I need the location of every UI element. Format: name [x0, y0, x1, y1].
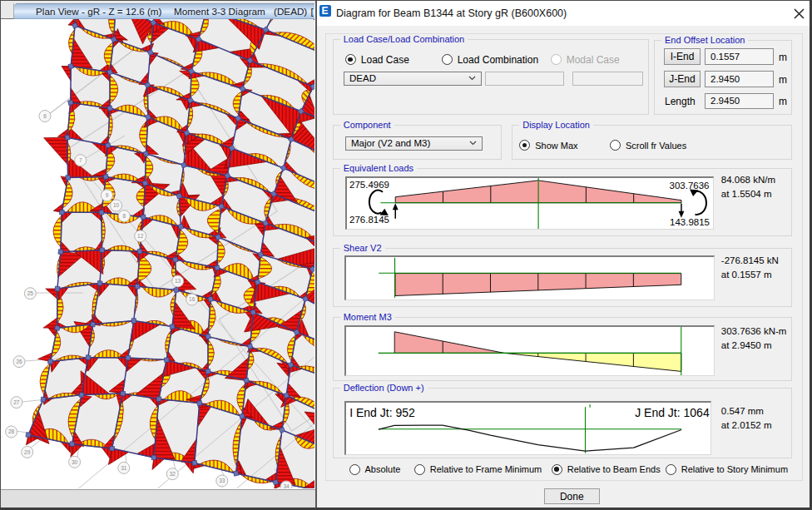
svg-text:J End Jt: 1064: J End Jt: 1064: [635, 405, 710, 418]
svg-text:16: 16: [189, 296, 196, 302]
svg-text:25: 25: [27, 290, 34, 296]
svg-text:27: 27: [13, 399, 20, 405]
svg-text:31: 31: [121, 465, 127, 471]
svg-text:28: 28: [8, 428, 15, 434]
svg-text:29: 29: [24, 449, 31, 455]
svg-text:30: 30: [72, 459, 78, 465]
svg-text:33: 33: [219, 478, 225, 483]
svg-text:275.4969: 275.4969: [349, 180, 389, 190]
svg-text:10: 10: [113, 202, 120, 208]
svg-text:12: 12: [137, 233, 144, 239]
svg-text:303.7636: 303.7636: [669, 180, 709, 190]
svg-text:34: 34: [283, 483, 290, 488]
svg-text:143.9815: 143.9815: [670, 216, 710, 226]
svg-text:I End Jt: 952: I End Jt: 952: [349, 405, 415, 418]
svg-text:32: 32: [170, 471, 176, 477]
svg-text:9: 9: [106, 192, 109, 198]
svg-text:13: 13: [175, 278, 181, 284]
svg-text:276.8145: 276.8145: [349, 214, 389, 224]
svg-text:6: 6: [43, 113, 47, 119]
svg-text:26: 26: [16, 359, 22, 364]
svg-text:7: 7: [79, 157, 82, 163]
svg-text:8: 8: [122, 213, 126, 219]
